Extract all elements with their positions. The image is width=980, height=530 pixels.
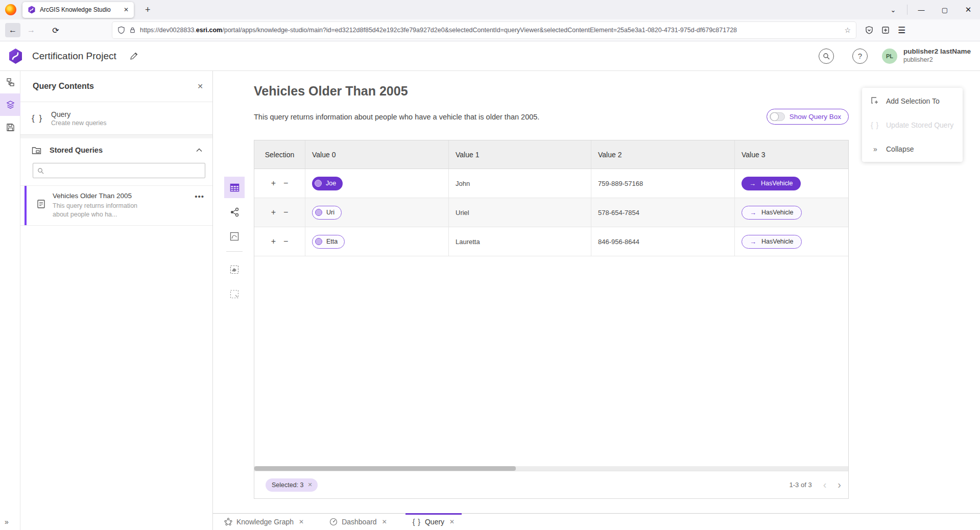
user-name: publisher2 lastName xyxy=(903,47,971,56)
tab-knowledge-graph[interactable]: Knowledge Graph ✕ xyxy=(217,514,311,530)
entity-pill[interactable]: Joe xyxy=(312,177,343,190)
minimize-icon[interactable]: — xyxy=(910,6,933,14)
search-input[interactable] xyxy=(48,167,201,175)
close-tab-icon[interactable]: ✕ xyxy=(299,518,304,525)
user-info[interactable]: publisher2 lastName publisher2 xyxy=(903,47,971,64)
pocket-icon[interactable] xyxy=(865,26,873,34)
selected-count-chip[interactable]: Selected: 3 ✕ xyxy=(266,478,318,492)
data-model-icon xyxy=(6,78,15,87)
menu-item-update-stored-query[interactable]: { } Update Stored Query xyxy=(862,113,963,137)
cell-value: Lauretta xyxy=(449,227,591,256)
search-button[interactable] xyxy=(819,49,834,64)
panel-close-icon[interactable]: ✕ xyxy=(197,82,203,90)
column-header[interactable]: Value 2 xyxy=(591,140,735,168)
previous-page-icon[interactable]: ‹ xyxy=(823,479,827,491)
braces-icon: { } xyxy=(413,518,421,526)
library-icon[interactable] xyxy=(881,26,890,34)
bookmark-star-icon[interactable]: ☆ xyxy=(844,26,851,34)
knowledge-graph-icon xyxy=(224,518,232,526)
relationship-pill[interactable]: →HasVehicle xyxy=(742,206,802,220)
column-header[interactable]: Selection xyxy=(254,140,305,168)
column-header[interactable]: Value 0 xyxy=(305,140,449,168)
toggle-track[interactable] xyxy=(770,112,785,121)
table-row: + − Joe John 759-889-57168 →HasVehicle xyxy=(254,169,848,198)
menu-hamburger-icon[interactable]: ☰ xyxy=(898,25,905,36)
query-item-subtitle: Create new queries xyxy=(51,119,106,127)
edit-pencil-icon[interactable] xyxy=(130,52,138,60)
reload-button[interactable]: ⟳ xyxy=(48,23,63,37)
tab-list-chevron-icon[interactable]: ⌄ xyxy=(881,6,905,14)
scrollbar-thumb[interactable] xyxy=(254,466,516,471)
app-logo[interactable] xyxy=(8,48,23,64)
new-tab-icon[interactable]: + xyxy=(145,5,151,15)
entity-pill[interactable]: Etta xyxy=(312,235,345,249)
remove-from-selection-icon[interactable]: − xyxy=(283,237,288,246)
rail-item-contents[interactable] xyxy=(0,93,20,116)
menu-item-collapse[interactable]: » Collapse xyxy=(862,137,963,161)
maximize-icon[interactable]: ▢ xyxy=(933,6,957,14)
add-to-selection-icon[interactable]: + xyxy=(271,179,276,188)
table-view-button[interactable] xyxy=(224,177,245,198)
stored-query-document-icon xyxy=(37,199,45,209)
entity-pill[interactable]: Uri xyxy=(312,206,342,220)
column-header[interactable]: Value 1 xyxy=(449,140,591,168)
entity-dot-icon xyxy=(315,180,322,187)
lock-icon[interactable] xyxy=(129,27,136,34)
horizontal-scrollbar[interactable] xyxy=(254,466,848,471)
menu-item-add-selection-to[interactable]: Add Selection To xyxy=(862,89,963,113)
relationship-pill[interactable]: →HasVehicle xyxy=(742,177,801,190)
stored-query-list-item[interactable]: Vehicles Older Than 2005 This query retu… xyxy=(20,185,212,226)
map-view-button[interactable] xyxy=(224,226,245,247)
map-icon xyxy=(230,232,239,241)
close-tab-icon[interactable]: ✕ xyxy=(449,518,455,525)
rail-item-data-model[interactable] xyxy=(0,71,20,93)
help-button[interactable]: ? xyxy=(852,49,868,64)
remove-from-selection-icon[interactable]: − xyxy=(283,208,288,217)
expand-rail-icon[interactable]: » xyxy=(5,518,8,526)
row-range-label: 1-3 of 3 xyxy=(790,481,812,489)
avatar[interactable]: PL xyxy=(882,49,897,64)
url-bar[interactable]: https://dev0028833.esri.com/portal/apps/… xyxy=(112,22,856,38)
show-query-box-toggle[interactable]: Show Query Box xyxy=(767,109,849,125)
stored-queries-search[interactable] xyxy=(33,163,205,178)
column-header[interactable]: Value 3 xyxy=(735,140,848,168)
selection-context-menu: Add Selection To { } Update Stored Query… xyxy=(862,88,963,162)
firefox-icon[interactable] xyxy=(5,4,16,15)
stored-queries-header[interactable]: Stored Queries xyxy=(20,138,212,162)
results-table: Selection Value 0 Value 1 Value 2 Value … xyxy=(254,140,849,499)
query-item[interactable]: { } Query Create new queries xyxy=(20,102,212,134)
tracking-shield-icon[interactable] xyxy=(117,26,125,34)
remove-from-selection-icon[interactable]: − xyxy=(283,179,288,188)
clear-selection-icon[interactable]: ✕ xyxy=(308,481,313,488)
folder-icon xyxy=(32,146,41,155)
select-tool-button[interactable] xyxy=(224,283,245,305)
add-to-map-button[interactable] xyxy=(224,259,245,280)
app-header: Certification Project ? PL publisher2 la… xyxy=(0,41,980,71)
link-chart-view-button[interactable] xyxy=(224,201,245,223)
entity-dot-icon xyxy=(315,209,322,216)
close-tab-icon[interactable]: ✕ xyxy=(382,518,387,525)
cell-value: 846-956-8644 xyxy=(591,227,735,256)
collapse-section-chevron-icon[interactable] xyxy=(196,148,202,152)
add-to-selection-icon[interactable]: + xyxy=(271,208,276,217)
query-title: Vehicles Older Than 2005 xyxy=(254,84,408,99)
entity-dot-icon xyxy=(315,238,322,245)
browser-tab[interactable]: ArcGIS Knowledge Studio ✕ xyxy=(22,2,134,18)
forward-button[interactable]: → xyxy=(23,23,39,37)
rail-item-save[interactable] xyxy=(0,116,20,138)
panel-title: Query Contents xyxy=(33,82,197,91)
tab-close-icon[interactable]: ✕ xyxy=(123,6,130,13)
link-chart-icon xyxy=(230,207,240,217)
tab-dashboard[interactable]: Dashboard ✕ xyxy=(322,514,394,530)
relationship-pill[interactable]: →HasVehicle xyxy=(742,235,802,249)
search-icon xyxy=(37,167,44,174)
tab-query[interactable]: { } Query ✕ xyxy=(405,514,462,530)
add-to-selection-icon[interactable]: + xyxy=(271,237,276,246)
add-to-map-icon xyxy=(230,265,239,274)
overflow-menu-icon[interactable]: ••• xyxy=(195,192,204,219)
tab-title: ArcGIS Knowledge Studio xyxy=(40,6,118,13)
save-icon xyxy=(6,123,15,132)
window-close-icon[interactable]: ✕ xyxy=(957,5,980,14)
next-page-icon[interactable]: › xyxy=(838,479,841,491)
back-button[interactable]: ← xyxy=(5,23,20,37)
